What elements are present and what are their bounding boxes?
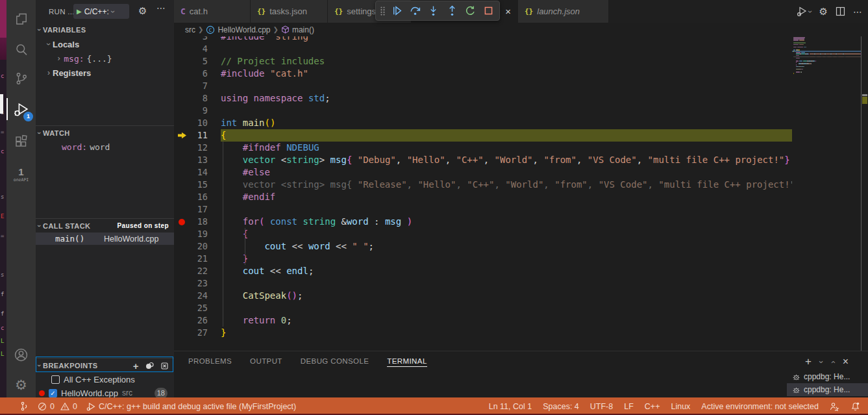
variables-registers-group[interactable]: › Registers	[36, 66, 174, 80]
line-number[interactable]: 24	[191, 290, 221, 302]
gutter-margin[interactable]	[174, 117, 191, 129]
line-number[interactable]: 19	[191, 228, 221, 240]
code-line[interactable]: 5// Project includes	[174, 55, 792, 68]
code-line[interactable]: 13 vector <string> msg{ "Debug", "Hello"…	[174, 154, 792, 166]
code-text[interactable]: #include "string"	[221, 36, 792, 43]
new-terminal-icon[interactable]: +	[805, 355, 812, 368]
debug-configuration-dropdown[interactable]: ▶ C/C++: ›	[73, 4, 129, 19]
code-text[interactable]: #ifndef NDEBUG	[221, 142, 792, 154]
code-text[interactable]	[221, 302, 792, 314]
run-or-debug-icon[interactable]: ›	[797, 6, 812, 17]
gutter-margin[interactable]	[174, 327, 191, 339]
add-function-breakpoint-icon[interactable]: +	[133, 360, 139, 371]
gutter-margin[interactable]	[174, 92, 191, 105]
code-line[interactable]: 27}	[174, 327, 792, 339]
line-number[interactable]: 26	[191, 314, 221, 327]
gutter-margin[interactable]	[174, 191, 191, 203]
code-line[interactable]: 24 CatSpeak();	[174, 290, 792, 302]
settings-gear-icon[interactable]: ⚙	[6, 371, 36, 399]
code-text[interactable]	[221, 80, 792, 92]
debug-launch-status[interactable]: C/C++: g++ build and debug active file (…	[86, 402, 296, 411]
line-number[interactable]: 5	[191, 55, 221, 68]
line-number[interactable]: 12	[191, 142, 221, 154]
line-number[interactable]: 4	[191, 43, 221, 55]
variable-msg[interactable]: › msg: {...}	[36, 51, 174, 66]
code-text[interactable]: // Project includes	[221, 55, 792, 68]
breadcrumb-file[interactable]: HelloWorld.cpp	[217, 25, 270, 34]
breakpoint-dot-icon[interactable]	[179, 219, 185, 225]
checkbox-unchecked[interactable]	[51, 375, 60, 384]
line-number[interactable]: 7	[191, 80, 221, 92]
code-line[interactable]: 7	[174, 80, 792, 92]
status-item-active-environment-not-selected[interactable]: Active environment: not selected	[701, 402, 819, 411]
maximize-panel-icon[interactable]: ›	[828, 360, 837, 363]
search-icon[interactable]	[6, 36, 36, 63]
line-number[interactable]: 18	[191, 216, 221, 228]
problems-status[interactable]: 0 0	[38, 402, 77, 411]
gutter-margin[interactable]	[174, 142, 191, 154]
gutter-margin[interactable]	[174, 68, 191, 80]
more-actions-icon[interactable]: ⋯	[853, 6, 863, 17]
gutter-margin[interactable]	[174, 55, 191, 68]
line-number[interactable]: 9	[191, 105, 221, 117]
close-panel-icon[interactable]: ×	[843, 356, 849, 368]
code-text[interactable]	[221, 203, 792, 216]
tab-tasks-json[interactable]: {} tasks.json	[251, 0, 328, 23]
terminal-list-item[interactable]: cppdbg: He...	[787, 370, 868, 383]
line-number[interactable]: 8	[191, 92, 221, 105]
line-number[interactable]: 13	[191, 154, 221, 166]
gutter-margin[interactable]	[174, 277, 191, 290]
code-line[interactable]: 10int main()	[174, 117, 792, 129]
line-number[interactable]: 10	[191, 117, 221, 129]
breadcrumb-symbol[interactable]: main()	[292, 25, 314, 34]
code-line[interactable]: 8using namespace std;	[174, 92, 792, 105]
gutter-margin[interactable]	[174, 129, 191, 142]
gutter-margin[interactable]	[174, 290, 191, 302]
code-text[interactable]: int main()	[221, 117, 792, 129]
code-text[interactable]: }	[221, 327, 792, 339]
line-number[interactable]: 20	[191, 240, 221, 253]
code-text[interactable]: cout << endl;	[221, 265, 792, 277]
toolbar-grip-icon[interactable]	[380, 6, 386, 16]
watch-section-header[interactable]: › WATCH	[36, 125, 174, 140]
variables-locals-group[interactable]: › Locals	[36, 37, 174, 51]
feedback-icon[interactable]	[830, 402, 839, 411]
code-text[interactable]: vector <string> msg{ "Release", "Hello",…	[221, 179, 792, 191]
terminal-list-item[interactable]: cppdbg: He...	[787, 383, 868, 396]
code-line[interactable]: 11{	[174, 129, 792, 142]
code-text[interactable]: for( const string &word : msg )	[221, 216, 792, 228]
breakpoint-all-exceptions[interactable]: All C++ Exceptions	[36, 373, 174, 386]
watch-item-word[interactable]: word: word	[36, 140, 174, 154]
gutter-margin[interactable]	[174, 105, 191, 117]
chevron-down-icon[interactable]: ›	[817, 360, 826, 363]
code-text[interactable]: CatSpeak();	[221, 290, 792, 302]
status-item-spaces-4[interactable]: Spaces: 4	[543, 402, 579, 411]
checkbox-checked[interactable]: ✓	[49, 389, 57, 397]
status-item-c[interactable]: C++	[645, 402, 660, 411]
minimap[interactable]	[792, 36, 861, 351]
breakpoints-section-header[interactable]: › BREAKPOINTS +	[36, 358, 174, 372]
call-stack-section-header[interactable]: › CALL STACK Paused on step	[36, 218, 174, 233]
code-line[interactable]: 26 return 0;	[174, 314, 792, 327]
gutter-margin[interactable]	[174, 228, 191, 240]
line-number[interactable]: 11	[191, 129, 221, 142]
gutter-margin[interactable]	[174, 240, 191, 253]
extensions-icon[interactable]	[6, 128, 36, 155]
panel-tab-debug-console[interactable]: DEBUG CONSOLE	[301, 357, 369, 366]
code-text[interactable]	[221, 105, 792, 117]
gutter-margin[interactable]	[174, 253, 191, 265]
step-into-icon[interactable]	[427, 4, 440, 18]
code-text[interactable]: {	[221, 129, 792, 142]
code-line[interactable]: 18 for( const string &word : msg )	[174, 216, 792, 228]
code-line[interactable]: 12 #ifndef NDEBUG	[174, 142, 792, 154]
breadcrumb-src[interactable]: src	[185, 25, 195, 34]
gutter-margin[interactable]	[174, 265, 191, 277]
line-number[interactable]: 15	[191, 179, 221, 191]
gutter-margin[interactable]	[174, 179, 191, 191]
gutter-margin[interactable]	[174, 302, 191, 314]
panel-tab-terminal[interactable]: TERMINAL	[387, 357, 427, 367]
account-icon[interactable]	[6, 341, 36, 368]
code-line[interactable]: 22 cout << endl;	[174, 265, 792, 277]
panel-tab-output[interactable]: OUTPUT	[250, 357, 282, 366]
continue-icon[interactable]	[390, 4, 404, 18]
